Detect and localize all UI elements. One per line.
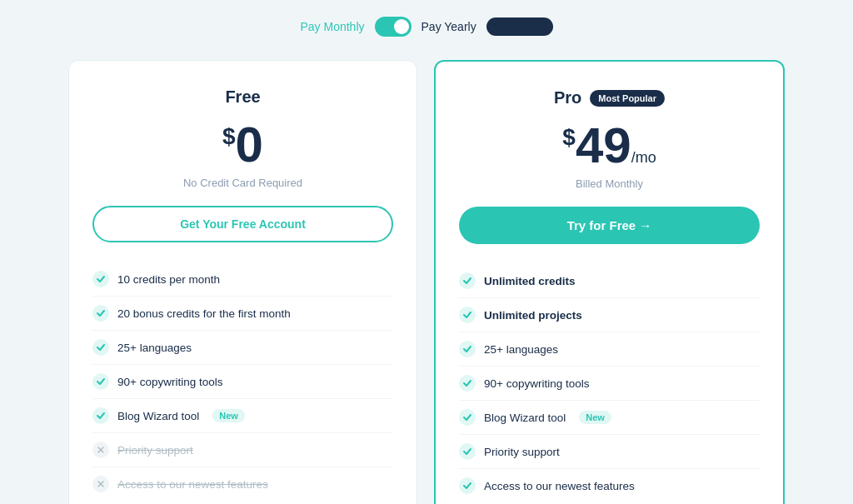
pro-plan-amount: 49 — [576, 117, 631, 173]
check-icon — [459, 443, 476, 460]
list-item: 90+ copywriting tools — [459, 367, 760, 401]
pro-plan-period: /mo — [631, 149, 656, 166]
feature-text: Access to our newest features — [484, 480, 635, 492]
feature-text: Blog Wizard tool — [484, 412, 566, 424]
free-plan-features: 10 credits per month 20 bonus credits fo… — [92, 262, 393, 501]
free-plan-price: $0 — [92, 120, 393, 170]
feature-text: 90+ copywriting tools — [117, 376, 222, 388]
feature-text: Priority support — [117, 444, 193, 457]
free-plan-subtitle: No Credit Card Required — [92, 177, 393, 189]
feature-text: 20 bonus credits for the first month — [117, 307, 291, 320]
pro-title-text: Pro — [554, 88, 581, 107]
pro-plan-subtitle: Billed Monthly — [459, 177, 760, 190]
list-item: 25+ languages — [459, 332, 760, 367]
pro-plan-dollar: $ — [562, 124, 576, 150]
list-item: 90+ copywriting tools — [92, 365, 393, 399]
check-icon — [92, 305, 109, 322]
check-icon — [459, 477, 476, 494]
check-icon — [92, 373, 109, 390]
pro-plan-cta-button[interactable]: Try for Free → — [459, 207, 760, 244]
free-plan-cta-button[interactable]: Get Your Free Account — [92, 206, 393, 242]
check-icon — [92, 407, 109, 424]
list-item: Unlimited credits — [459, 264, 760, 298]
feature-text: Unlimited credits — [484, 275, 576, 287]
most-popular-badge: Most Popular — [590, 90, 665, 107]
feature-text: Priority support — [484, 446, 560, 458]
free-plan-title: Free — [92, 87, 393, 107]
billing-toggle-switch[interactable] — [375, 17, 412, 37]
list-item: Blog Wizard tool New — [92, 399, 393, 433]
feature-text: Blog Wizard tool — [117, 410, 199, 422]
list-item: Priority support — [459, 435, 760, 469]
feature-text: 10 credits per month — [117, 273, 220, 286]
list-item: Access to our newest features — [459, 469, 760, 502]
free-plan-dollar: $ — [222, 123, 236, 149]
check-icon — [92, 339, 109, 356]
check-icon — [459, 409, 476, 426]
check-icon — [459, 307, 476, 323]
x-icon — [92, 442, 109, 458]
feature-text: 25+ languages — [117, 342, 192, 354]
feature-text: 90+ copywriting tools — [484, 377, 589, 390]
pricing-cards: Free $0 No Credit Card Required Get Your… — [68, 60, 785, 504]
list-item: 25+ languages — [92, 331, 393, 365]
free-plan-amount: 0 — [236, 117, 263, 172]
check-icon — [459, 272, 476, 289]
list-item: Priority support — [92, 433, 393, 467]
check-icon — [92, 271, 109, 287]
feature-text: 25+ languages — [484, 343, 558, 356]
list-item: Blog Wizard tool New — [459, 401, 760, 435]
billing-toggle: Pay Monthly Pay Yearly Save 33% — [300, 17, 552, 37]
save-badge: Save 33% — [486, 17, 553, 36]
list-item: 10 credits per month — [92, 262, 393, 297]
pro-plan-price: $49/mo — [459, 121, 760, 171]
new-badge: New — [579, 411, 611, 424]
list-item: 20 bonus credits for the first month — [92, 297, 393, 331]
new-badge: New — [212, 409, 245, 422]
pay-monthly-label: Pay Monthly — [300, 20, 364, 33]
x-icon — [92, 476, 109, 492]
pro-plan-card: Pro Most Popular $49/mo Billed Monthly T… — [434, 60, 785, 504]
pro-plan-features: Unlimited credits Unlimited projects 25+… — [459, 264, 760, 502]
check-icon — [459, 341, 476, 357]
list-item: Unlimited projects — [459, 298, 760, 332]
feature-text: Unlimited projects — [484, 309, 582, 322]
check-icon — [459, 375, 476, 392]
free-plan-card: Free $0 No Credit Card Required Get Your… — [68, 60, 417, 504]
list-item: Access to our newest features — [92, 467, 393, 501]
feature-text: Access to our newest features — [117, 478, 268, 491]
pay-yearly-label: Pay Yearly — [422, 20, 476, 33]
pro-plan-title: Pro Most Popular — [459, 88, 760, 107]
